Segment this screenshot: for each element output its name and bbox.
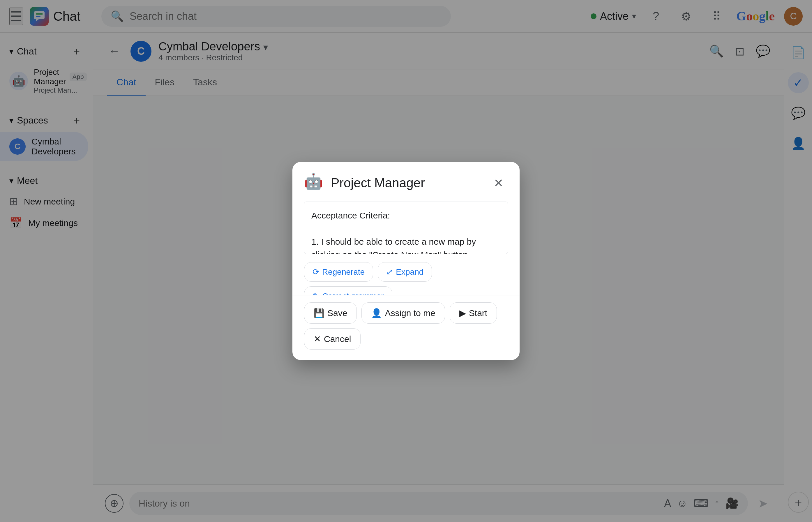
save-button[interactable]: 💾 Save [304,302,357,324]
correct-grammar-button[interactable]: ✎ Correct grammar [304,286,392,295]
regenerate-button[interactable]: ⟳ Regenerate [304,262,373,282]
start-button[interactable]: ▶ Start [450,302,497,324]
assign-icon: 👤 [371,308,382,318]
modal-footer: 💾 Save 👤 Assign to me ▶ Start ✕ Cancel [292,295,520,360]
assign-to-me-button[interactable]: 👤 Assign to me [362,302,445,324]
regenerate-icon: ⟳ [312,267,319,277]
modal-close-button[interactable]: ✕ [489,174,508,192]
save-icon: 💾 [314,308,324,318]
modal-robot-icon: 🤖 [304,173,325,194]
acceptance-criteria-textarea[interactable] [304,202,508,254]
ai-actions: ⟳ Regenerate ⤢ Expand ✎ Correct grammar [304,262,508,295]
start-icon: ▶ [459,308,466,318]
main-content: ← C Cymbal Developers ▾ 4 members · Rest… [93,33,784,522]
correct-grammar-icon: ✎ [312,291,319,295]
modal-title: Project Manager [331,176,484,190]
modal-header: 🤖 Project Manager ✕ [292,162,520,202]
expand-button[interactable]: ⤢ Expand [378,262,432,282]
modal-overlay: 🤖 Project Manager ✕ ⟳ Regenerate [0,0,812,522]
modal-body: ⟳ Regenerate ⤢ Expand ✎ Correct grammar [292,202,520,295]
modal-project-manager: 🤖 Project Manager ✕ ⟳ Regenerate [292,162,520,360]
expand-icon: ⤢ [386,267,393,277]
app-layout: ▾ Chat ＋ 🤖 Project Manager App Project M… [0,33,812,522]
cancel-button[interactable]: ✕ Cancel [304,328,361,349]
cancel-icon: ✕ [314,334,321,344]
